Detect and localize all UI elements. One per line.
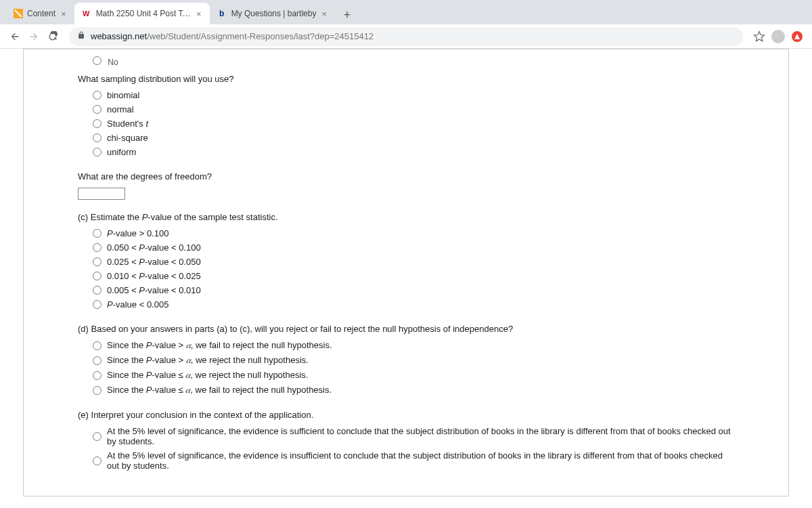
new-tab-button[interactable]: + — [338, 5, 357, 24]
radio-pval-5[interactable] — [93, 286, 102, 295]
part-d-text: (d) Based on your answers in parts (a) t… — [78, 324, 734, 334]
radio-d-3[interactable] — [93, 371, 102, 380]
url-path: /web/Student/Assignment-Responses/last?d… — [147, 31, 374, 41]
part-e-body: Interpret your conclusion in the context… — [91, 410, 314, 420]
radio-label: P-value < 0.005 — [107, 299, 168, 310]
profile-icon[interactable] — [769, 27, 788, 46]
radio-chi-square[interactable] — [93, 133, 102, 142]
radio-label: normal — [107, 104, 134, 114]
radio-pval-4[interactable] — [93, 272, 102, 280]
tab-favicon-webassign: W — [83, 9, 92, 18]
tab-webassign[interactable]: W Math 2250 Unit 4 Post Test Re × — [74, 3, 210, 24]
radio-pval-2[interactable] — [93, 243, 102, 252]
dof-input[interactable] — [78, 188, 125, 200]
extension-icon[interactable] — [788, 27, 807, 46]
radio-d-2[interactable] — [93, 356, 102, 365]
radio-label: binomial — [107, 90, 139, 100]
close-icon[interactable]: × — [321, 9, 327, 19]
radio-normal[interactable] — [93, 105, 102, 114]
radio-label: At the 5% level of significance, the evi… — [107, 450, 734, 471]
svg-text:W: W — [83, 9, 90, 18]
radio-label: Since the P-value > 𝛼, we reject the nul… — [107, 355, 309, 366]
radio-e-1[interactable] — [93, 432, 102, 441]
radio-label: P-value > 0.100 — [107, 228, 168, 238]
close-icon[interactable]: × — [61, 9, 66, 19]
radio-d-4[interactable] — [93, 386, 102, 395]
forward-button[interactable] — [24, 27, 43, 46]
radio-label: uniform — [107, 147, 136, 157]
reload-button[interactable] — [43, 27, 62, 46]
bookmark-icon[interactable] — [750, 27, 769, 46]
tab-content[interactable]: Content × — [5, 3, 74, 24]
part-e-text: (e) Interpret your conclusion in the con… — [78, 410, 734, 420]
partial-label: No — [108, 58, 118, 67]
radio-label: At the 5% level of significance, the evi… — [107, 426, 734, 446]
radio-label: 0.010 < P-value < 0.025 — [107, 271, 201, 281]
part-d-body: Based on your answers in parts (a) to (c… — [91, 324, 514, 334]
tab-favicon-bartleby: b — [218, 9, 227, 18]
radio-label: 0.005 < P-value < 0.010 — [107, 285, 201, 295]
radio-binomial[interactable] — [93, 91, 102, 100]
radio-students-t[interactable] — [93, 119, 102, 128]
radio-label: Since the P-value ≤ 𝛼, we fail to reject… — [107, 385, 332, 396]
sampling-question: What sampling distribution will you use? — [78, 74, 734, 84]
part-c-text: (c) Estimate the P-value of the sample t… — [78, 212, 734, 222]
dof-question: What are the degrees of freedom? — [78, 171, 734, 182]
tab-bartleby[interactable]: b My Questions | bartleby × — [210, 3, 335, 24]
radio-uniform[interactable] — [93, 148, 102, 156]
close-icon[interactable]: × — [196, 9, 202, 19]
tab-title: My Questions | bartleby — [231, 9, 317, 18]
radio-pval-3[interactable] — [93, 257, 102, 266]
part-label: (d) — [78, 324, 89, 334]
radio-label: chi-square — [107, 133, 148, 143]
part-label: (e) — [78, 410, 89, 420]
radio-e-2[interactable] — [93, 457, 102, 465]
tab-title: Math 2250 Unit 4 Post Test Re — [96, 9, 191, 18]
lock-icon — [77, 31, 85, 41]
radio-pval-1[interactable] — [93, 229, 102, 238]
tab-title: Content — [27, 9, 55, 18]
radio-no[interactable] — [93, 56, 102, 65]
radio-label: Since the P-value ≤ 𝛼, we reject the nul… — [107, 370, 308, 381]
url-domain: webassign.net — [91, 31, 147, 41]
back-button[interactable] — [5, 27, 24, 46]
radio-d-1[interactable] — [93, 341, 102, 350]
radio-pval-6[interactable] — [93, 300, 102, 309]
tab-favicon-content — [14, 9, 23, 18]
part-label: (c) — [78, 212, 88, 222]
svg-text:b: b — [219, 9, 224, 18]
radio-label: Since the P-value > 𝛼, we fail to reject… — [107, 340, 332, 351]
radio-label: 0.050 < P-value < 0.100 — [107, 242, 201, 253]
radio-label: Student's t — [107, 119, 148, 129]
address-bar[interactable]: webassign.net/web/Student/Assignment-Res… — [69, 27, 743, 46]
radio-label: 0.025 < P-value < 0.050 — [107, 257, 201, 267]
